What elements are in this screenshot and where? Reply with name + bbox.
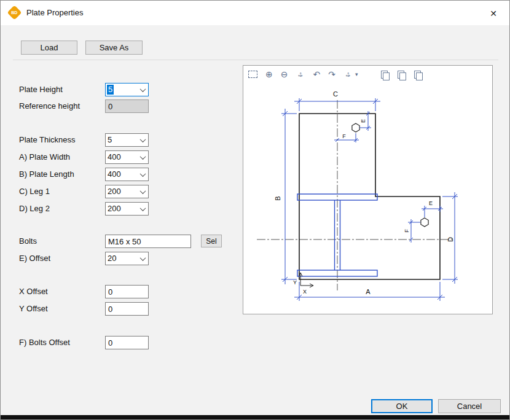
leg2-value: 200 (108, 204, 121, 214)
preview-toolbar: ⊕ ⊖ ↔ ↕ ↶ ↷ ↔ ↕ ▾ (243, 66, 492, 83)
plate-thickness-value: 5 (108, 135, 112, 145)
y-offset-field[interactable] (105, 302, 149, 316)
leg1-select[interactable]: 200 (105, 185, 149, 198)
e-offset-value: 20 (108, 254, 116, 263)
pan-vertical-glyph: ↕ (296, 69, 305, 79)
dimension-B: B (274, 109, 297, 284)
dim-label-E-right: E (429, 200, 433, 206)
cancel-button[interactable]: Cancel (438, 399, 501, 413)
plate-height-label: Plate Height (19, 85, 63, 94)
leg2-select[interactable]: 200 (105, 202, 149, 216)
dim-label-B: B (274, 196, 281, 200)
bolts-offset-field[interactable] (105, 336, 149, 349)
rotate-cw-icon[interactable]: ↷ (328, 69, 335, 79)
axis-label-X: X (303, 289, 307, 295)
app-icon: BD (7, 5, 22, 20)
x-offset-label: X Offset (19, 287, 48, 296)
leg2-label: D) Leg 2 (19, 204, 50, 213)
plate-properties-dialog: BD Plate Properties ✕ Load Save As Plate… (0, 0, 510, 420)
chevron-down-icon[interactable] (138, 185, 148, 198)
dim-label-F-right: F (404, 229, 410, 233)
plate-length-label: B) Plate Length (19, 169, 74, 179)
plate-width-label: A) Plate Width (19, 152, 70, 161)
zoom-out-icon[interactable]: ⊖ (281, 69, 288, 79)
separator-line (13, 60, 498, 60)
window-bottom-edge (1, 415, 509, 419)
leg1-label: C) Leg 1 (19, 187, 50, 196)
e-offset-select[interactable]: 20 (105, 252, 149, 265)
leg1-value: 200 (108, 187, 121, 196)
dim-label-C: C (333, 90, 338, 98)
dim-label-A: A (366, 288, 371, 295)
chevron-down-icon[interactable] (138, 134, 148, 146)
chevron-down-icon[interactable] (138, 203, 148, 215)
plate-width-select[interactable]: 400 (105, 150, 149, 164)
dimension-F-top: F (334, 133, 359, 142)
plate-length-value: 400 (108, 169, 121, 179)
preview-panel: ⊕ ⊖ ↔ ↕ ↶ ↷ ↔ ↕ ▾ (243, 65, 493, 314)
save-as-button[interactable]: Save As (85, 41, 143, 55)
plate-width-value: 400 (108, 152, 121, 162)
dim-label-D: D (447, 237, 454, 242)
chevron-down-icon[interactable] (138, 168, 148, 181)
window-title: Plate Properties (26, 8, 84, 17)
plate-outline (299, 114, 440, 279)
bolts-offset-label: F) Bolts Offset (19, 338, 70, 347)
e-offset-label: E) Offset (19, 254, 50, 263)
copy-image-icon[interactable] (381, 71, 388, 79)
preview-drawing[interactable]: C B A (243, 83, 492, 314)
dimension-E-top: E (359, 111, 371, 131)
centerlines (257, 100, 453, 290)
zoom-window-icon[interactable] (248, 71, 257, 78)
bolts-label: Bolts (19, 236, 37, 246)
move-vertical-glyph: ↕ (343, 69, 353, 79)
chevron-down-icon[interactable] (138, 151, 148, 163)
zoom-in-icon[interactable]: ⊕ (265, 69, 273, 79)
close-icon[interactable]: ✕ (486, 6, 501, 21)
plate-length-select[interactable]: 400 (105, 168, 149, 181)
bolts-field[interactable] (105, 235, 191, 248)
plate-thickness-label: Plate Thickness (19, 135, 76, 144)
x-offset-field[interactable] (105, 285, 149, 298)
rotate-ccw-icon[interactable]: ↶ (313, 69, 320, 79)
dimension-D: D (442, 192, 458, 284)
plate-height-value: 5 (107, 85, 114, 95)
chevron-down-icon[interactable] (138, 252, 148, 265)
axis-label-Y: Y (293, 279, 297, 286)
titlebar: BD Plate Properties ✕ (1, 1, 509, 25)
y-offset-label: Y Offset (19, 304, 48, 313)
bolt-symbols (352, 123, 428, 227)
dimension-A: A (294, 282, 445, 301)
export-image-icon[interactable] (414, 71, 421, 79)
bolts-select-button[interactable]: Sel (201, 235, 222, 247)
dim-label-E-top: E (360, 119, 366, 123)
move-point-icon[interactable]: ↔ ↕ (343, 69, 353, 79)
dim-label-F-top: F (342, 133, 346, 139)
chevron-down-icon[interactable] (138, 84, 148, 96)
plate-height-select[interactable]: 5 (105, 83, 149, 96)
dimension-F-right: F (404, 219, 420, 243)
ok-button[interactable]: OK (371, 399, 433, 413)
copy-image-alt-icon[interactable] (398, 71, 404, 79)
chevron-down-icon[interactable]: ▾ (355, 71, 358, 77)
reference-height-label: Reference height (19, 101, 80, 111)
pan-icon[interactable]: ↔ ↕ (296, 69, 305, 79)
plate-thickness-select[interactable]: 5 (105, 133, 149, 147)
reference-height-field (105, 99, 149, 113)
app-icon-text: BD (11, 10, 17, 15)
load-button[interactable]: Load (21, 41, 77, 55)
